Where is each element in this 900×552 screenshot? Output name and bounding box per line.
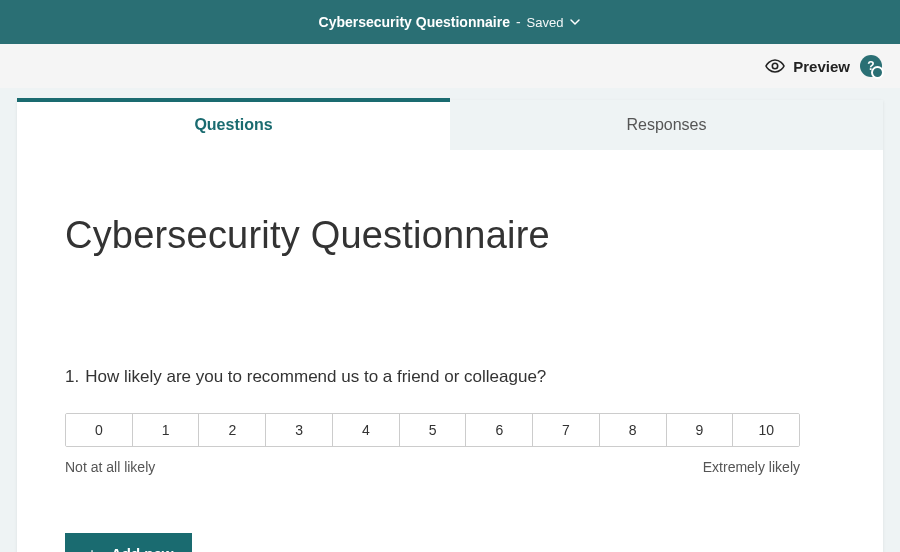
question-text: How likely are you to recommend us to a …	[85, 367, 546, 387]
nps-scale: 0 1 2 3 4 5 6 7 8 9 10	[65, 413, 800, 447]
eye-icon	[765, 59, 785, 73]
scale-option-9[interactable]: 9	[667, 414, 734, 446]
scale-option-5[interactable]: 5	[400, 414, 467, 446]
form-card: Questions Responses Cybersecurity Questi…	[17, 100, 883, 552]
scale-option-8[interactable]: 8	[600, 414, 667, 446]
question-1[interactable]: 1. How likely are you to recommend us to…	[65, 367, 835, 475]
app-header: Cybersecurity Questionnaire - Saved	[0, 0, 900, 44]
scale-option-0[interactable]: 0	[66, 414, 133, 446]
tab-questions[interactable]: Questions	[17, 100, 450, 150]
scale-low-label: Not at all likely	[65, 459, 155, 475]
scale-option-4[interactable]: 4	[333, 414, 400, 446]
add-new-label: Add new	[111, 545, 174, 552]
chevron-down-icon[interactable]	[569, 16, 581, 28]
scale-option-6[interactable]: 6	[466, 414, 533, 446]
svg-point-0	[773, 63, 778, 68]
form-name[interactable]: Cybersecurity Questionnaire	[319, 14, 510, 30]
question-number: 1.	[65, 367, 79, 387]
add-new-button[interactable]: ＋ Add new	[65, 533, 192, 552]
form-content: Cybersecurity Questionnaire 1. How likel…	[17, 150, 883, 552]
scale-option-2[interactable]: 2	[199, 414, 266, 446]
help-icon[interactable]: ?	[860, 55, 882, 77]
tab-responses[interactable]: Responses	[450, 100, 883, 150]
scale-option-7[interactable]: 7	[533, 414, 600, 446]
form-title[interactable]: Cybersecurity Questionnaire	[65, 214, 835, 257]
scale-option-10[interactable]: 10	[733, 414, 799, 446]
preview-label: Preview	[793, 58, 850, 75]
scale-high-label: Extremely likely	[703, 459, 800, 475]
title-separator: -	[516, 14, 521, 30]
toolbar: Preview ?	[0, 44, 900, 88]
scale-option-1[interactable]: 1	[133, 414, 200, 446]
tab-bar: Questions Responses	[17, 100, 883, 150]
scale-option-3[interactable]: 3	[266, 414, 333, 446]
preview-button[interactable]: Preview	[765, 58, 850, 75]
save-status: Saved	[527, 15, 564, 30]
